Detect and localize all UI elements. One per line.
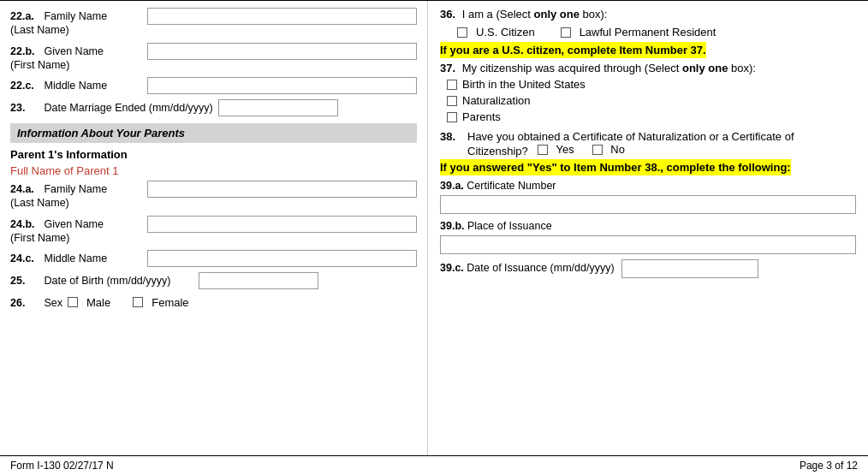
q38-row: 38. Have you obtained a Certificate of N… [440, 130, 856, 157]
field-22c: 22.c. Middle Name [10, 77, 417, 94]
q37-naturalization-option[interactable]: Naturalization [447, 94, 856, 107]
checkbox-naturalization[interactable] [447, 96, 457, 106]
sex-male-option[interactable]: Male [68, 296, 110, 309]
checkbox-birth[interactable] [447, 80, 457, 90]
q37-birth-label: Birth in the United States [462, 78, 586, 91]
input-25[interactable] [199, 272, 318, 289]
num-24c: 24.c. [10, 252, 41, 265]
num-26: 26. [10, 296, 41, 310]
highlight-38-container: If you answered "Yes" to Item Number 38.… [440, 161, 856, 174]
text-25: Date of Birth (mm/dd/yyyy) [44, 275, 170, 287]
highlight-38-text: If you answered "Yes" to Item Number 38.… [440, 159, 791, 175]
num-25: 25. [10, 274, 41, 288]
checkbox-yes[interactable] [538, 145, 548, 155]
label-22a: 22.a. Family Name(Last Name) [10, 8, 147, 38]
section-header-parents: Information About Your Parents [10, 123, 417, 143]
num-24a: 24.a. [10, 182, 41, 196]
label-24b: 24.b. Given Name(First Name) [10, 216, 147, 246]
q37-row: 37. My citizenship was acquired through … [440, 62, 856, 74]
checkbox-female[interactable] [133, 297, 143, 307]
page-footer: Form I-130 02/27/17 N Page 3 of 12 [0, 455, 868, 475]
label-26: 26. Sex [10, 294, 68, 310]
q38-num: 38. [440, 130, 464, 143]
checkbox-parents[interactable] [447, 112, 457, 122]
q38-yes-option[interactable]: Yes [538, 143, 574, 156]
q38-no-option[interactable]: No [592, 143, 625, 156]
label-23: 23. Date Marriage Ended (mm/dd/yyyy) [10, 99, 218, 115]
input-39b[interactable] [440, 235, 856, 254]
q38-no-label: No [610, 143, 625, 156]
input-24b[interactable] [147, 216, 417, 233]
input-23[interactable] [218, 99, 338, 116]
num-23: 23. [10, 101, 41, 115]
label-24c: 24.c. Middle Name [10, 250, 147, 265]
q36-options: U.S. Citizen Lawful Permanent Resident [457, 26, 856, 39]
q38-yes-option-container: Yes No [538, 145, 633, 157]
field-23: 23. Date Marriage Ended (mm/dd/yyyy) [10, 99, 417, 116]
q37-parents-option[interactable]: Parents [447, 110, 856, 123]
input-22a[interactable] [147, 8, 417, 25]
checkbox-citizen[interactable] [457, 27, 467, 38]
q39b-label: 39.b. Place of Issuance [440, 220, 552, 232]
q37-text: My citizenship was acquired through (Sel… [462, 62, 756, 74]
q39a-label: 39.a. Certificate Number [440, 180, 556, 192]
content-area: 22.a. Family Name(Last Name) 22.b. Given… [0, 0, 868, 455]
checkbox-lpr[interactable] [561, 27, 571, 38]
q36-lpr-option[interactable]: Lawful Permanent Resident [561, 26, 716, 39]
q36-lpr-label: Lawful Permanent Resident [580, 26, 716, 39]
form-info: Form I-130 02/27/17 N [10, 460, 114, 472]
field-24a: 24.a. Family Name(Last Name) [10, 181, 417, 211]
q36-row: 36. I am a (Select only one box): [440, 8, 856, 21]
parent1-header-text: Parent 1's Information [10, 148, 128, 161]
num-22b: 22.b. [10, 45, 41, 58]
q39c-row: 39.c. Date of Issuance (mm/dd/yyyy) [440, 259, 856, 278]
q36-citizen-option[interactable]: U.S. Citizen [457, 26, 535, 39]
q39a-text: Certificate Number [467, 180, 556, 192]
parent1-name-label: Full Name of Parent 1 [10, 164, 417, 177]
num-22c: 22.c. [10, 79, 41, 92]
text-24c: Middle Name [44, 252, 107, 264]
q39b-row: 39.b. Place of Issuance [440, 219, 856, 232]
label-22c: 22.c. Middle Name [10, 77, 147, 92]
input-39c[interactable] [621, 259, 758, 278]
q38-yes-label: Yes [556, 143, 574, 156]
field-24c: 24.c. Middle Name [10, 250, 417, 267]
q37-num: 37. [440, 62, 455, 74]
input-39a[interactable] [440, 195, 856, 214]
q38-content: Have you obtained a Certificate of Natur… [467, 130, 856, 157]
label-25: 25. Date of Birth (mm/dd/yyyy) [10, 272, 199, 288]
field-22a: 22.a. Family Name(Last Name) [10, 8, 417, 38]
num-24b: 24.b. [10, 217, 41, 231]
q39b-text: Place of Issuance [467, 220, 552, 232]
label-24a: 24.a. Family Name(Last Name) [10, 181, 147, 211]
input-22b[interactable] [147, 43, 417, 60]
field-25: 25. Date of Birth (mm/dd/yyyy) [10, 272, 417, 289]
text-23: Date Marriage Ended (mm/dd/yyyy) [44, 102, 212, 114]
section-header-text: Information About Your Parents [17, 127, 185, 140]
checkbox-male[interactable] [68, 297, 78, 307]
parent1-header: Parent 1's Information [10, 148, 417, 161]
q39c-label: 39.c. Date of Issuance (mm/dd/yyyy) [440, 262, 615, 274]
left-column: 22.a. Family Name(Last Name) 22.b. Given… [0, 1, 428, 455]
sex-female-option[interactable]: Female [133, 296, 188, 309]
q37-birth-option[interactable]: Birth in the United States [447, 78, 856, 91]
q39a-row: 39.a. Certificate Number [440, 179, 856, 192]
q36-text: I am a (Select only one box): [462, 8, 608, 21]
input-22c[interactable] [147, 77, 417, 94]
checkbox-no[interactable] [592, 145, 603, 155]
q37-naturalization-label: Naturalization [462, 94, 531, 107]
field-22b: 22.b. Given Name(First Name) [10, 43, 417, 73]
highlight-37-text: If you are a U.S. citizen, complete Item… [440, 42, 706, 58]
label-22b: 22.b. Given Name(First Name) [10, 43, 147, 73]
field-26: 26. Sex Male Female [10, 294, 417, 310]
input-24c[interactable] [147, 250, 417, 267]
page-info: Page 3 of 12 [800, 460, 858, 472]
sex-male-label: Male [86, 296, 110, 309]
input-24a[interactable] [147, 181, 417, 198]
highlight-37-container: If you are a U.S. citizen, complete Item… [440, 44, 856, 56]
q36-num: 36. [440, 8, 455, 21]
q36-citizen-label: U.S. Citizen [476, 26, 535, 39]
q39b-input-block [440, 235, 856, 254]
q37-parents-label: Parents [462, 110, 501, 123]
sex-female-label: Female [152, 296, 188, 309]
